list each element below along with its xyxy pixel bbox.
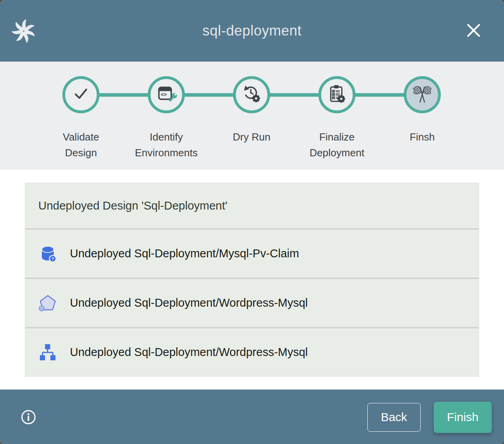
checkered-flags-icon	[412, 83, 433, 106]
wizard-stepper: Validate Design <>	[0, 62, 504, 170]
step-finalize-deployment-circle[interactable]	[318, 76, 355, 113]
step-label: Finalize Deployment	[303, 129, 370, 161]
step-label: Dry Run	[233, 129, 270, 145]
finish-button[interactable]: Finish	[434, 402, 492, 433]
result-row: ? Undeployed Sql-Deployment/Mysql-Pv-Cla…	[25, 228, 479, 277]
step-finish-circle[interactable]	[404, 76, 441, 113]
back-button[interactable]: Back	[367, 403, 421, 432]
svg-text:?: ?	[51, 257, 54, 261]
dry-run-history-icon	[241, 83, 262, 106]
database-question-icon: ?	[38, 244, 57, 263]
results-header-text: Undeployed Design 'Sql-Deployment'	[38, 199, 228, 212]
step-finish: Finsh	[380, 62, 465, 161]
step-dry-run-circle[interactable]	[233, 76, 270, 113]
close-icon[interactable]	[464, 21, 483, 40]
dialog-footer: Back Finish	[0, 390, 504, 444]
result-row: Undeployed Sql-Deployment/Wordpress-Mysq…	[25, 277, 479, 327]
deployment-wizard-dialog: sql-deployment Validate Design	[0, 0, 504, 444]
step-finalize-deployment: Finalize Deployment	[294, 62, 380, 161]
result-text: Undeployed Sql-Deployment/Wordpress-Mysq…	[70, 296, 308, 309]
step-identify-environments-circle[interactable]: <>	[148, 76, 185, 113]
results-panel: Undeployed Design 'Sql-Deployment' ? Und…	[25, 183, 479, 377]
results-area: Undeployed Design 'Sql-Deployment' ? Und…	[0, 170, 504, 390]
step-label: Finsh	[410, 129, 435, 145]
svg-text:<>: <>	[160, 91, 167, 97]
check-icon	[70, 83, 92, 106]
dialog-header: sql-deployment	[0, 0, 504, 62]
info-icon[interactable]	[21, 409, 36, 425]
clipboard-settings-icon	[326, 83, 348, 106]
step-validate-design: Validate Design	[38, 62, 124, 161]
dialog-title: sql-deployment	[0, 0, 504, 62]
step-label: Validate Design	[47, 129, 115, 161]
result-row: Undeployed Sql-Deployment/Wordpress-Mysq…	[25, 327, 479, 376]
results-header-row: Undeployed Design 'Sql-Deployment'	[25, 183, 479, 228]
result-text: Undeployed Sql-Deployment/Mysql-Pv-Claim	[70, 247, 299, 260]
step-dry-run: Dry Run	[209, 62, 294, 161]
step-validate-design-circle[interactable]	[62, 76, 100, 113]
step-label: Identify Environments	[133, 129, 200, 161]
result-text: Undeployed Sql-Deployment/Wordpress-Mysq…	[70, 346, 308, 359]
step-identify-environments: <> Identify Environments	[124, 62, 209, 161]
code-tools-icon: <>	[156, 83, 177, 106]
pentagon-node-icon	[38, 294, 57, 313]
hierarchy-icon	[38, 343, 57, 362]
